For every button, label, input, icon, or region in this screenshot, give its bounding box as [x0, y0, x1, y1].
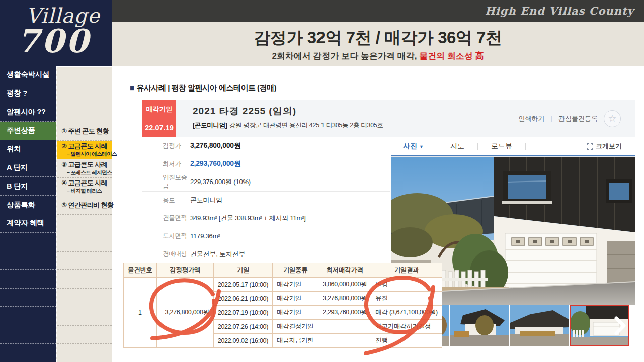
section-title: ■유사사례 | 평창 알펜시아 에스테이트 (경매) — [130, 83, 276, 93]
print-button[interactable]: 인쇄하기 — [519, 114, 545, 123]
brand-logo-line2: 700 — [17, 22, 91, 60]
tab-map[interactable]: 지도 — [437, 142, 477, 151]
submenu-empty-row — [57, 326, 112, 344]
detail-value: 건물전부, 토지전부 — [190, 250, 245, 259]
submenu-empty-row — [57, 344, 112, 362]
submenu-item-1[interactable]: ① 주변 콘도 현황 — [57, 122, 112, 141]
thumbnail-2-image — [450, 305, 509, 346]
tab-photo[interactable]: 사진▼ — [391, 142, 437, 151]
item-number: ② — [61, 142, 66, 150]
detail-value: 2,293,760,000원 — [190, 159, 241, 168]
submenu-empty-row — [57, 289, 112, 307]
brand-logo-block: Village 700 — [0, 0, 112, 66]
submenu-item-4[interactable]: ④ 고급콘도 사례 – 버지힐 테라스 — [57, 178, 112, 197]
enlarge-button[interactable]: 크게보기 — [587, 142, 635, 151]
sidebar-item-label: 위치 — [7, 144, 21, 154]
submenu-empty-row — [57, 104, 112, 123]
sidebar-item-pyeongchang[interactable]: 평창 ? — [0, 84, 56, 103]
address-text: 강원 평창군 대관령면 용산리 425 1 디305동 2층 디305호 — [229, 122, 383, 129]
tab-separator — [525, 143, 526, 150]
sidebar-item-complex-a[interactable]: A 단지 — [0, 158, 56, 177]
photo-viewer-tabs: 사진▼ 지도 로드뷰 크게보기 — [391, 137, 635, 156]
submenu-item-3[interactable]: ③ 고급콘도 사례 – 포레스트 레지던스 — [57, 159, 112, 178]
detail-value: 349.93m² [건물 338.93m² + 제시외 11m²] — [190, 214, 306, 223]
case-actions: 인쇄하기 | 관심물건등록 ☆ — [519, 100, 621, 137]
sidebar-item-label: A 단지 — [7, 163, 28, 172]
subtitle-text: 2회차에서 감정가 보다 높은가격 매각, — [272, 51, 417, 61]
thumbnail-3-image — [510, 305, 569, 346]
cell-min-price — [318, 334, 371, 348]
cell-type: 대금지급기한 — [273, 334, 318, 348]
next-photo-arrow-icon[interactable] — [614, 316, 626, 335]
submenu-item-5[interactable]: ⑤ 연간관리비 현황 — [57, 196, 112, 215]
submenu-empty-row — [57, 85, 112, 104]
detail-label: 용도 — [142, 196, 190, 205]
thumbnail-4-selected[interactable] — [570, 305, 629, 346]
case-summary-bar: 매각기일 22.07.19 2021 타경 2255 (임의) [콘도미니엄]강… — [142, 100, 635, 137]
col-header-type: 기일종류 — [273, 263, 318, 278]
detail-value: 콘도미니엄 — [190, 196, 222, 205]
submenu-item-2[interactable]: ② 고급콘도 사례 – 알펜시아 에스테이스 — [57, 141, 112, 159]
sidebar-nav: 생활숙박시설 평창 ? 알펜시아 ?? 주변상품 위치 A 단지 B 단지 상품… — [0, 66, 56, 362]
detail-label: 감정가 — [142, 142, 190, 150]
sidebar-item-complex-b[interactable]: B 단지 — [0, 177, 56, 196]
thumbnail-3[interactable] — [510, 305, 569, 346]
favorite-button[interactable]: 관심물건등록 — [558, 114, 598, 123]
sidebar-item-lodging[interactable]: 생활숙박시설 — [0, 66, 56, 84]
sidebar-empty-row — [0, 251, 56, 270]
star-glyph: ☆ — [608, 113, 616, 124]
cell-date: 2022.06.21 (10:00) — [213, 292, 272, 306]
sidebar-item-label: 평창 ? — [7, 88, 27, 98]
detail-row-appraisal: 감정가 3,276,800,000원 — [142, 137, 390, 155]
detail-row-deposit: 입찰보증금 229,376,000원 (10%) — [142, 173, 390, 192]
submenu-item-label: ② 고급콘도 사례 — [61, 142, 112, 151]
chevron-down-icon: ▼ — [419, 144, 424, 149]
page-subtitle: 2회차에서 감정가 보다 높은가격 매각, 물건의 희소성 高 — [112, 50, 644, 62]
subtitle-highlight: 물건의 희소성 高 — [417, 51, 484, 61]
detail-label: 최저가 — [142, 160, 190, 168]
sidebar-empty-row — [0, 270, 56, 289]
detail-row-land-area: 토지면적 1179.36m² — [142, 227, 390, 245]
cell-result: 변경 — [371, 278, 442, 292]
cell-min-price: 2,293,760,000원 — [318, 306, 371, 320]
cell-type: 매각결정기일 — [273, 320, 318, 334]
cell-date: 2022.05.17 (10:00) — [213, 278, 272, 292]
detail-label: 입찰보증금 — [142, 173, 190, 191]
item-text: 고급콘도 사례 — [68, 179, 107, 187]
cell-date: 2022.07.19 (10:00) — [213, 306, 272, 320]
table-header-row: 물건번호 감정평가액 기일 기일종류 최저매각가격 기일결과 — [124, 263, 442, 278]
thumbnail-2[interactable] — [450, 305, 509, 346]
cell-date: 2022.07.26 (14:00) — [213, 320, 272, 334]
detail-row-min-price: 최저가 2,293,760,000원 — [142, 155, 390, 173]
favorite-star-icon[interactable]: ☆ — [604, 110, 621, 127]
sidebar-item-buyer-benefits[interactable]: 계약자 혜택 — [0, 214, 56, 233]
auction-history-table: 물건번호 감정평가액 기일 기일종류 최저매각가격 기일결과 1 3,276,8… — [123, 263, 442, 348]
table-row: 1 3,276,800,000원 2022.05.17 (10:00) 매각기일… — [124, 278, 442, 292]
item-number: ④ — [61, 179, 66, 187]
property-category: [콘도미니엄] — [193, 122, 227, 129]
cell-appraisal: 3,276,800,000원 — [156, 278, 213, 348]
header-band: 감정가 32억 7천 / 매각가 36억 7천 2회차에서 감정가 보다 높은가… — [112, 22, 644, 66]
sidebar-item-alpensia[interactable]: 알펜시아 ?? — [0, 103, 56, 122]
submenu-item-sublabel: – 알펜시아 에스테이스 — [61, 151, 112, 158]
fullscreen-icon — [587, 143, 593, 150]
cell-result: 유찰 — [371, 292, 442, 306]
sidebar-item-label: 생활숙박시설 — [7, 70, 49, 79]
detail-label: 경매대상 — [142, 250, 190, 258]
cell-date: 2022.09.02 (16:00) — [213, 334, 272, 348]
brand-tagline: High End Villas County — [485, 5, 634, 17]
item-text: 연간관리비 현황 — [68, 201, 113, 209]
sidebar-item-nearby-products[interactable]: 주변상품 — [0, 122, 56, 140]
sidebar-item-product-features[interactable]: 상품특화 — [0, 196, 56, 214]
submenu-item-label: ⑤ 연간관리비 현황 — [61, 201, 112, 210]
tab-roadview[interactable]: 로드뷰 — [478, 142, 525, 151]
submenu-item-label: ① 주변 콘도 현황 — [61, 127, 112, 136]
col-header-min-price: 최저매각가격 — [318, 263, 371, 278]
sidebar-item-location[interactable]: 위치 — [0, 140, 56, 159]
submenu-item-label: ④ 고급콘도 사례 — [61, 178, 112, 188]
sidebar-empty-row — [0, 325, 56, 344]
item-text: 고급콘도 사례 — [68, 161, 107, 168]
sidebar-empty-row — [0, 344, 56, 362]
col-header-result: 기일결과 — [371, 263, 442, 278]
submenu-empty-row — [57, 215, 112, 233]
